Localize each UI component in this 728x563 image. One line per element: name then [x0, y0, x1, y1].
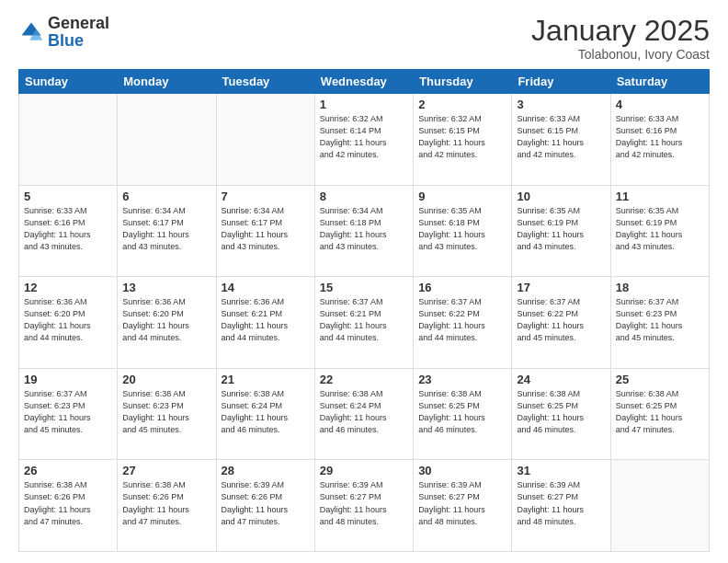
- day-number: 3: [517, 98, 605, 111]
- calendar-cell: 5Sunrise: 6:33 AM Sunset: 6:16 PM Daylig…: [19, 185, 118, 277]
- day-number: 10: [517, 190, 605, 203]
- calendar-cell: 13Sunrise: 6:36 AM Sunset: 6:20 PM Dayli…: [118, 277, 216, 369]
- day-number: 7: [222, 190, 310, 203]
- logo-icon: [18, 19, 44, 45]
- day-number: 31: [517, 464, 605, 477]
- col-thursday: Thursday: [414, 70, 512, 94]
- calendar-cell: 3Sunrise: 6:33 AM Sunset: 6:15 PM Daylig…: [512, 94, 610, 186]
- day-info: Sunrise: 6:39 AM Sunset: 6:26 PM Dayligh…: [222, 479, 310, 527]
- day-number: 15: [320, 281, 408, 294]
- calendar-week-5: 26Sunrise: 6:38 AM Sunset: 6:26 PM Dayli…: [19, 460, 710, 552]
- calendar-cell: 18Sunrise: 6:37 AM Sunset: 6:23 PM Dayli…: [610, 277, 709, 369]
- day-number: 29: [320, 464, 408, 477]
- calendar-cell: 25Sunrise: 6:38 AM Sunset: 6:25 PM Dayli…: [610, 368, 709, 460]
- calendar-cell: 10Sunrise: 6:35 AM Sunset: 6:19 PM Dayli…: [512, 185, 610, 277]
- page: General Blue January 2025 Tolabonou, Ivo…: [0, 0, 728, 563]
- col-sunday: Sunday: [19, 70, 118, 94]
- day-number: 5: [24, 190, 112, 203]
- location-title: Tolabonou, Ivory Coast: [531, 47, 710, 62]
- logo-blue: Blue: [48, 31, 84, 50]
- calendar-cell: [19, 94, 118, 186]
- calendar-cell: 12Sunrise: 6:36 AM Sunset: 6:20 PM Dayli…: [19, 277, 118, 369]
- day-info: Sunrise: 6:38 AM Sunset: 6:26 PM Dayligh…: [24, 479, 112, 527]
- day-number: 2: [418, 98, 506, 111]
- day-info: Sunrise: 6:38 AM Sunset: 6:23 PM Dayligh…: [122, 388, 210, 436]
- day-info: Sunrise: 6:32 AM Sunset: 6:14 PM Dayligh…: [320, 113, 408, 161]
- day-number: 1: [320, 98, 408, 111]
- day-number: 6: [122, 190, 210, 203]
- day-number: 13: [122, 281, 210, 294]
- day-info: Sunrise: 6:34 AM Sunset: 6:17 PM Dayligh…: [222, 205, 310, 253]
- calendar-cell: 22Sunrise: 6:38 AM Sunset: 6:24 PM Dayli…: [314, 368, 413, 460]
- calendar-week-2: 5Sunrise: 6:33 AM Sunset: 6:16 PM Daylig…: [19, 185, 710, 277]
- day-info: Sunrise: 6:32 AM Sunset: 6:15 PM Dayligh…: [418, 113, 506, 161]
- logo: General Blue: [18, 15, 109, 50]
- col-wednesday: Wednesday: [314, 70, 413, 94]
- day-info: Sunrise: 6:35 AM Sunset: 6:18 PM Dayligh…: [418, 205, 506, 253]
- calendar-cell: 8Sunrise: 6:34 AM Sunset: 6:18 PM Daylig…: [314, 185, 413, 277]
- day-info: Sunrise: 6:35 AM Sunset: 6:19 PM Dayligh…: [616, 205, 704, 253]
- month-title: January 2025: [531, 15, 710, 47]
- calendar-cell: 28Sunrise: 6:39 AM Sunset: 6:26 PM Dayli…: [216, 460, 314, 552]
- day-number: 20: [122, 373, 210, 386]
- calendar-header-row: Sunday Monday Tuesday Wednesday Thursday…: [19, 70, 710, 94]
- day-info: Sunrise: 6:38 AM Sunset: 6:25 PM Dayligh…: [418, 388, 506, 436]
- calendar-cell: 30Sunrise: 6:39 AM Sunset: 6:27 PM Dayli…: [414, 460, 512, 552]
- calendar-cell: 26Sunrise: 6:38 AM Sunset: 6:26 PM Dayli…: [19, 460, 118, 552]
- calendar-cell: [216, 94, 314, 186]
- calendar-cell: 21Sunrise: 6:38 AM Sunset: 6:24 PM Dayli…: [216, 368, 314, 460]
- day-number: 22: [320, 373, 408, 386]
- day-info: Sunrise: 6:36 AM Sunset: 6:21 PM Dayligh…: [222, 296, 310, 344]
- day-number: 21: [222, 373, 310, 386]
- day-number: 9: [418, 190, 506, 203]
- day-number: 27: [122, 464, 210, 477]
- day-number: 25: [616, 373, 704, 386]
- calendar-cell: 11Sunrise: 6:35 AM Sunset: 6:19 PM Dayli…: [610, 185, 709, 277]
- calendar-cell: 14Sunrise: 6:36 AM Sunset: 6:21 PM Dayli…: [216, 277, 314, 369]
- col-monday: Monday: [118, 70, 216, 94]
- header: General Blue January 2025 Tolabonou, Ivo…: [18, 15, 710, 62]
- calendar-cell: 4Sunrise: 6:33 AM Sunset: 6:16 PM Daylig…: [610, 94, 709, 186]
- day-info: Sunrise: 6:38 AM Sunset: 6:25 PM Dayligh…: [616, 388, 704, 436]
- calendar-cell: 9Sunrise: 6:35 AM Sunset: 6:18 PM Daylig…: [414, 185, 512, 277]
- day-number: 16: [418, 281, 506, 294]
- calendar-cell: 15Sunrise: 6:37 AM Sunset: 6:21 PM Dayli…: [314, 277, 413, 369]
- calendar-cell: 19Sunrise: 6:37 AM Sunset: 6:23 PM Dayli…: [19, 368, 118, 460]
- day-number: 12: [24, 281, 112, 294]
- calendar-cell: 17Sunrise: 6:37 AM Sunset: 6:22 PM Dayli…: [512, 277, 610, 369]
- day-number: 28: [222, 464, 310, 477]
- calendar-week-3: 12Sunrise: 6:36 AM Sunset: 6:20 PM Dayli…: [19, 277, 710, 369]
- day-info: Sunrise: 6:38 AM Sunset: 6:25 PM Dayligh…: [517, 388, 605, 436]
- day-info: Sunrise: 6:37 AM Sunset: 6:22 PM Dayligh…: [418, 296, 506, 344]
- day-info: Sunrise: 6:35 AM Sunset: 6:19 PM Dayligh…: [517, 205, 605, 253]
- day-info: Sunrise: 6:36 AM Sunset: 6:20 PM Dayligh…: [24, 296, 112, 344]
- day-info: Sunrise: 6:33 AM Sunset: 6:16 PM Dayligh…: [616, 113, 704, 161]
- day-number: 24: [517, 373, 605, 386]
- col-friday: Friday: [512, 70, 610, 94]
- day-number: 30: [418, 464, 506, 477]
- day-number: 4: [616, 98, 704, 111]
- calendar-cell: [118, 94, 216, 186]
- calendar-week-1: 1Sunrise: 6:32 AM Sunset: 6:14 PM Daylig…: [19, 94, 710, 186]
- calendar-cell: 23Sunrise: 6:38 AM Sunset: 6:25 PM Dayli…: [414, 368, 512, 460]
- calendar-cell: 16Sunrise: 6:37 AM Sunset: 6:22 PM Dayli…: [414, 277, 512, 369]
- day-number: 8: [320, 190, 408, 203]
- day-info: Sunrise: 6:34 AM Sunset: 6:18 PM Dayligh…: [320, 205, 408, 253]
- day-number: 19: [24, 373, 112, 386]
- calendar-cell: 20Sunrise: 6:38 AM Sunset: 6:23 PM Dayli…: [118, 368, 216, 460]
- day-info: Sunrise: 6:33 AM Sunset: 6:15 PM Dayligh…: [517, 113, 605, 161]
- col-tuesday: Tuesday: [216, 70, 314, 94]
- calendar-cell: 2Sunrise: 6:32 AM Sunset: 6:15 PM Daylig…: [414, 94, 512, 186]
- day-info: Sunrise: 6:39 AM Sunset: 6:27 PM Dayligh…: [320, 479, 408, 527]
- calendar-cell: 27Sunrise: 6:38 AM Sunset: 6:26 PM Dayli…: [118, 460, 216, 552]
- day-info: Sunrise: 6:37 AM Sunset: 6:23 PM Dayligh…: [24, 388, 112, 436]
- calendar-cell: 1Sunrise: 6:32 AM Sunset: 6:14 PM Daylig…: [314, 94, 413, 186]
- title-block: January 2025 Tolabonou, Ivory Coast: [531, 15, 710, 62]
- day-info: Sunrise: 6:37 AM Sunset: 6:23 PM Dayligh…: [616, 296, 704, 344]
- day-number: 18: [616, 281, 704, 294]
- calendar-table: Sunday Monday Tuesday Wednesday Thursday…: [18, 69, 710, 552]
- col-saturday: Saturday: [610, 70, 709, 94]
- day-info: Sunrise: 6:34 AM Sunset: 6:17 PM Dayligh…: [122, 205, 210, 253]
- day-number: 23: [418, 373, 506, 386]
- day-info: Sunrise: 6:38 AM Sunset: 6:24 PM Dayligh…: [320, 388, 408, 436]
